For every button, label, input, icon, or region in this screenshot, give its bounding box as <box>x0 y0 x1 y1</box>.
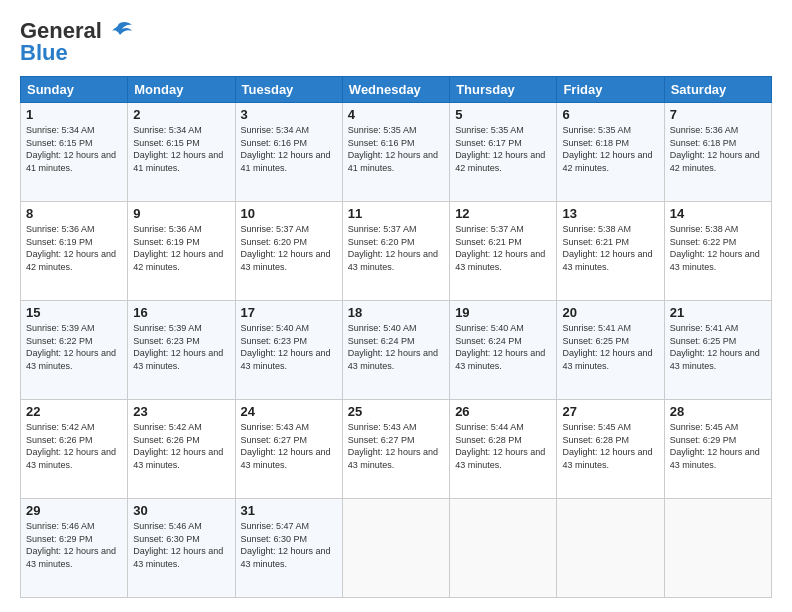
calendar-cell: 9Sunrise: 5:36 AMSunset: 6:19 PMDaylight… <box>128 202 235 301</box>
day-number: 8 <box>26 206 122 221</box>
calendar-cell: 3Sunrise: 5:34 AMSunset: 6:16 PMDaylight… <box>235 103 342 202</box>
day-info: Sunrise: 5:35 AMSunset: 6:17 PMDaylight:… <box>455 124 551 174</box>
day-info: Sunrise: 5:45 AMSunset: 6:29 PMDaylight:… <box>670 421 766 471</box>
day-info: Sunrise: 5:46 AMSunset: 6:30 PMDaylight:… <box>133 520 229 570</box>
day-number: 20 <box>562 305 658 320</box>
day-info: Sunrise: 5:40 AMSunset: 6:23 PMDaylight:… <box>241 322 337 372</box>
day-info: Sunrise: 5:37 AMSunset: 6:20 PMDaylight:… <box>348 223 444 273</box>
calendar-cell: 22Sunrise: 5:42 AMSunset: 6:26 PMDayligh… <box>21 400 128 499</box>
day-info: Sunrise: 5:39 AMSunset: 6:23 PMDaylight:… <box>133 322 229 372</box>
day-info: Sunrise: 5:40 AMSunset: 6:24 PMDaylight:… <box>455 322 551 372</box>
calendar-cell: 30Sunrise: 5:46 AMSunset: 6:30 PMDayligh… <box>128 499 235 598</box>
calendar-cell <box>450 499 557 598</box>
week-row-4: 22Sunrise: 5:42 AMSunset: 6:26 PMDayligh… <box>21 400 772 499</box>
day-info: Sunrise: 5:35 AMSunset: 6:16 PMDaylight:… <box>348 124 444 174</box>
calendar-cell: 19Sunrise: 5:40 AMSunset: 6:24 PMDayligh… <box>450 301 557 400</box>
calendar-cell: 16Sunrise: 5:39 AMSunset: 6:23 PMDayligh… <box>128 301 235 400</box>
day-number: 12 <box>455 206 551 221</box>
day-number: 26 <box>455 404 551 419</box>
logo: General Blue <box>20 18 132 66</box>
day-number: 15 <box>26 305 122 320</box>
page: General Blue SundayMondayTuesdayWednesda… <box>0 0 792 612</box>
day-number: 19 <box>455 305 551 320</box>
calendar-cell: 31Sunrise: 5:47 AMSunset: 6:30 PMDayligh… <box>235 499 342 598</box>
day-number: 31 <box>241 503 337 518</box>
calendar-cell: 11Sunrise: 5:37 AMSunset: 6:20 PMDayligh… <box>342 202 449 301</box>
day-number: 22 <box>26 404 122 419</box>
weekday-header-friday: Friday <box>557 77 664 103</box>
calendar-cell: 29Sunrise: 5:46 AMSunset: 6:29 PMDayligh… <box>21 499 128 598</box>
day-info: Sunrise: 5:44 AMSunset: 6:28 PMDaylight:… <box>455 421 551 471</box>
week-row-1: 1Sunrise: 5:34 AMSunset: 6:15 PMDaylight… <box>21 103 772 202</box>
day-number: 3 <box>241 107 337 122</box>
calendar-cell <box>557 499 664 598</box>
calendar-cell <box>342 499 449 598</box>
calendar-cell: 18Sunrise: 5:40 AMSunset: 6:24 PMDayligh… <box>342 301 449 400</box>
week-row-5: 29Sunrise: 5:46 AMSunset: 6:29 PMDayligh… <box>21 499 772 598</box>
day-number: 14 <box>670 206 766 221</box>
day-info: Sunrise: 5:42 AMSunset: 6:26 PMDaylight:… <box>133 421 229 471</box>
weekday-header-wednesday: Wednesday <box>342 77 449 103</box>
day-info: Sunrise: 5:39 AMSunset: 6:22 PMDaylight:… <box>26 322 122 372</box>
day-number: 18 <box>348 305 444 320</box>
day-number: 28 <box>670 404 766 419</box>
day-number: 25 <box>348 404 444 419</box>
day-info: Sunrise: 5:36 AMSunset: 6:19 PMDaylight:… <box>26 223 122 273</box>
day-info: Sunrise: 5:41 AMSunset: 6:25 PMDaylight:… <box>670 322 766 372</box>
day-number: 11 <box>348 206 444 221</box>
day-info: Sunrise: 5:36 AMSunset: 6:18 PMDaylight:… <box>670 124 766 174</box>
day-info: Sunrise: 5:36 AMSunset: 6:19 PMDaylight:… <box>133 223 229 273</box>
weekday-header-monday: Monday <box>128 77 235 103</box>
calendar-cell: 8Sunrise: 5:36 AMSunset: 6:19 PMDaylight… <box>21 202 128 301</box>
day-number: 23 <box>133 404 229 419</box>
calendar-cell: 20Sunrise: 5:41 AMSunset: 6:25 PMDayligh… <box>557 301 664 400</box>
calendar-cell: 5Sunrise: 5:35 AMSunset: 6:17 PMDaylight… <box>450 103 557 202</box>
weekday-header-row: SundayMondayTuesdayWednesdayThursdayFrid… <box>21 77 772 103</box>
day-info: Sunrise: 5:34 AMSunset: 6:16 PMDaylight:… <box>241 124 337 174</box>
calendar-cell: 12Sunrise: 5:37 AMSunset: 6:21 PMDayligh… <box>450 202 557 301</box>
calendar-cell <box>664 499 771 598</box>
day-number: 21 <box>670 305 766 320</box>
calendar-cell: 27Sunrise: 5:45 AMSunset: 6:28 PMDayligh… <box>557 400 664 499</box>
day-info: Sunrise: 5:42 AMSunset: 6:26 PMDaylight:… <box>26 421 122 471</box>
week-row-3: 15Sunrise: 5:39 AMSunset: 6:22 PMDayligh… <box>21 301 772 400</box>
day-number: 7 <box>670 107 766 122</box>
calendar-cell: 28Sunrise: 5:45 AMSunset: 6:29 PMDayligh… <box>664 400 771 499</box>
calendar-cell: 21Sunrise: 5:41 AMSunset: 6:25 PMDayligh… <box>664 301 771 400</box>
day-info: Sunrise: 5:38 AMSunset: 6:22 PMDaylight:… <box>670 223 766 273</box>
week-row-2: 8Sunrise: 5:36 AMSunset: 6:19 PMDaylight… <box>21 202 772 301</box>
day-info: Sunrise: 5:34 AMSunset: 6:15 PMDaylight:… <box>26 124 122 174</box>
header: General Blue <box>20 18 772 66</box>
day-info: Sunrise: 5:37 AMSunset: 6:20 PMDaylight:… <box>241 223 337 273</box>
calendar-cell: 1Sunrise: 5:34 AMSunset: 6:15 PMDaylight… <box>21 103 128 202</box>
day-info: Sunrise: 5:34 AMSunset: 6:15 PMDaylight:… <box>133 124 229 174</box>
calendar-cell: 26Sunrise: 5:44 AMSunset: 6:28 PMDayligh… <box>450 400 557 499</box>
day-info: Sunrise: 5:35 AMSunset: 6:18 PMDaylight:… <box>562 124 658 174</box>
day-info: Sunrise: 5:46 AMSunset: 6:29 PMDaylight:… <box>26 520 122 570</box>
calendar-cell: 10Sunrise: 5:37 AMSunset: 6:20 PMDayligh… <box>235 202 342 301</box>
calendar-cell: 4Sunrise: 5:35 AMSunset: 6:16 PMDaylight… <box>342 103 449 202</box>
day-number: 13 <box>562 206 658 221</box>
calendar-cell: 15Sunrise: 5:39 AMSunset: 6:22 PMDayligh… <box>21 301 128 400</box>
day-info: Sunrise: 5:43 AMSunset: 6:27 PMDaylight:… <box>241 421 337 471</box>
weekday-header-sunday: Sunday <box>21 77 128 103</box>
logo-blue: Blue <box>20 40 132 66</box>
day-number: 30 <box>133 503 229 518</box>
calendar-cell: 24Sunrise: 5:43 AMSunset: 6:27 PMDayligh… <box>235 400 342 499</box>
day-info: Sunrise: 5:37 AMSunset: 6:21 PMDaylight:… <box>455 223 551 273</box>
calendar-cell: 14Sunrise: 5:38 AMSunset: 6:22 PMDayligh… <box>664 202 771 301</box>
weekday-header-tuesday: Tuesday <box>235 77 342 103</box>
day-number: 5 <box>455 107 551 122</box>
day-number: 24 <box>241 404 337 419</box>
calendar-table: SundayMondayTuesdayWednesdayThursdayFrid… <box>20 76 772 598</box>
day-info: Sunrise: 5:43 AMSunset: 6:27 PMDaylight:… <box>348 421 444 471</box>
day-number: 29 <box>26 503 122 518</box>
day-info: Sunrise: 5:47 AMSunset: 6:30 PMDaylight:… <box>241 520 337 570</box>
day-number: 16 <box>133 305 229 320</box>
day-info: Sunrise: 5:40 AMSunset: 6:24 PMDaylight:… <box>348 322 444 372</box>
weekday-header-saturday: Saturday <box>664 77 771 103</box>
calendar-cell: 25Sunrise: 5:43 AMSunset: 6:27 PMDayligh… <box>342 400 449 499</box>
day-info: Sunrise: 5:41 AMSunset: 6:25 PMDaylight:… <box>562 322 658 372</box>
calendar-cell: 17Sunrise: 5:40 AMSunset: 6:23 PMDayligh… <box>235 301 342 400</box>
calendar-cell: 23Sunrise: 5:42 AMSunset: 6:26 PMDayligh… <box>128 400 235 499</box>
